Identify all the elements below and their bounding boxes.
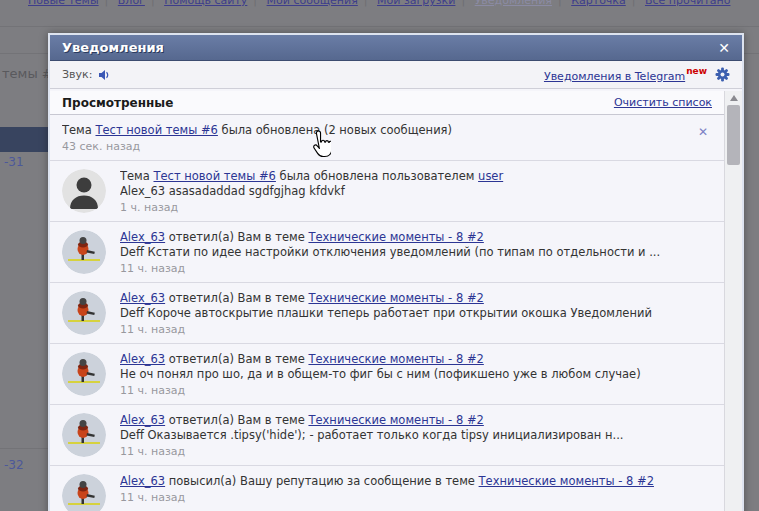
notification-time: 11 ч. назад xyxy=(120,323,712,337)
notification-row[interactable]: Alex_63 ответил(а) Вам в теме Технически… xyxy=(50,222,724,283)
nav-link-mark-read[interactable]: Все прочитано xyxy=(645,0,730,7)
scrollbar-up-button[interactable] xyxy=(725,91,742,105)
modal-toolbar: Звук: Уведомления в Telegramnew xyxy=(50,61,742,89)
divider xyxy=(0,448,48,449)
nav-separator: | xyxy=(632,0,636,7)
gear-icon[interactable] xyxy=(715,67,730,82)
nav-separator: | xyxy=(364,0,368,7)
nav-link-blog[interactable]: Блог xyxy=(118,0,145,7)
notification-row[interactable]: Тема Тест новой темы #6 была обновлена п… xyxy=(50,161,724,222)
notification-time: 11 ч. назад xyxy=(120,445,712,459)
nav-link-help[interactable]: Помощь сайту xyxy=(164,0,247,7)
user-link[interactable]: Alex_63 xyxy=(120,413,165,427)
user-link[interactable]: Alex_63 xyxy=(120,474,165,488)
nav-separator: | xyxy=(151,0,155,7)
topic-link[interactable]: Технические моменты - 8 #2 xyxy=(308,230,483,244)
screen: Новые темы| Блог| Помощь сайту| Мои сооб… xyxy=(0,0,759,511)
sound-label: Звук: xyxy=(62,68,92,81)
notifications-scroll-area: Просмотренные Очистить список Тема Тест … xyxy=(50,91,742,511)
nav-separator: | xyxy=(558,0,562,7)
divider xyxy=(0,26,759,27)
topic-link[interactable]: Технические моменты - 8 #2 xyxy=(308,352,483,366)
scrollbar[interactable] xyxy=(724,91,742,511)
scroll-up-icon xyxy=(730,95,738,101)
alex63-avatar xyxy=(62,352,106,396)
notification-preview: Deff Оказывается .tipsy('hide'); - работ… xyxy=(120,428,712,443)
topic-link[interactable]: Технические моменты - 8 #2 xyxy=(479,474,654,488)
background-timestamp: -32 xyxy=(4,458,24,472)
telegram-notifications-link[interactable]: Уведомления в Telegram xyxy=(544,70,685,83)
notifications-list: Просмотренные Очистить список Тема Тест … xyxy=(50,91,724,511)
alex63-avatar xyxy=(62,413,106,457)
section-header: Просмотренные Очистить список xyxy=(50,91,724,115)
notification-text: Alex_63 ответил(а) Вам в теме Технически… xyxy=(120,413,712,428)
alex63-avatar xyxy=(62,230,106,274)
notification-preview: Alex_63 asasadaddad sgdfgjhag kfdvkf xyxy=(120,184,712,199)
notification-text: Alex_63 ответил(а) Вам в теме Технически… xyxy=(120,291,712,306)
user-link[interactable]: Alex_63 xyxy=(120,230,165,244)
notification-text: Тема Тест новой темы #6 была обновлена (… xyxy=(62,123,694,138)
notification-time: 11 ч. назад xyxy=(120,384,712,398)
dismiss-icon[interactable]: ✕ xyxy=(694,123,712,141)
notification-row[interactable]: Alex_63 повысил(а) Вашу репутацию за соо… xyxy=(50,466,724,511)
notification-row[interactable]: Тема Тест новой темы #6 была обновлена (… xyxy=(50,115,724,161)
notification-time: 43 сек. назад xyxy=(62,140,694,154)
top-nav: Новые темы| Блог| Помощь сайту| Мои сооб… xyxy=(22,0,736,7)
notification-text: Alex_63 ответил(а) Вам в теме Технически… xyxy=(120,230,712,245)
notification-preview: Deff Кстати по идее настройки отключения… xyxy=(120,245,712,260)
user-link[interactable]: user xyxy=(478,169,503,183)
new-badge: new xyxy=(686,66,707,76)
speaker-icon[interactable] xyxy=(98,69,111,81)
notification-row[interactable]: Alex_63 ответил(а) Вам в теме Технически… xyxy=(50,405,724,466)
nav-link-notifications[interactable]: Уведомления xyxy=(475,0,552,7)
alex63-avatar xyxy=(62,474,106,511)
section-title: Просмотренные xyxy=(62,96,173,110)
notification-time: 11 ч. назад xyxy=(120,491,712,505)
nav-separator: | xyxy=(461,0,465,7)
alex63-avatar xyxy=(62,291,106,335)
user-link[interactable]: Alex_63 xyxy=(120,291,165,305)
user-link[interactable]: Alex_63 xyxy=(120,352,165,366)
notification-time: 1 ч. назад xyxy=(120,201,712,215)
notification-preview: Не оч понял про шо, да и в общем-то фиг … xyxy=(120,367,712,382)
modal-title: Уведомления xyxy=(62,40,164,55)
nav-link-my-messages[interactable]: Мои сообщения xyxy=(267,0,358,7)
nav-link-new-topics[interactable]: Новые темы xyxy=(28,0,99,7)
notification-text: Тема Тест новой темы #6 была обновлена п… xyxy=(120,169,712,184)
notification-preview: Deff Короче автоскрытие плашки теперь ра… xyxy=(120,306,712,321)
notification-row[interactable]: Alex_63 ответил(а) Вам в теме Технически… xyxy=(50,344,724,405)
notification-text: Alex_63 ответил(а) Вам в теме Технически… xyxy=(120,352,712,367)
notification-time: 11 ч. назад xyxy=(120,262,712,276)
nav-link-my-downloads[interactable]: Мои загрузки xyxy=(377,0,455,7)
nav-link-card[interactable]: Карточка xyxy=(571,0,626,7)
topic-link[interactable]: Тест новой темы #6 xyxy=(95,123,217,137)
modal-header: Уведомления ✕ xyxy=(50,35,742,61)
notification-text: Alex_63 повысил(а) Вашу репутацию за соо… xyxy=(120,474,712,489)
nav-separator: | xyxy=(253,0,257,7)
notification-row[interactable]: Alex_63 ответил(а) Вам в теме Технически… xyxy=(50,283,724,344)
close-icon[interactable]: ✕ xyxy=(718,41,730,55)
clear-list-link[interactable]: Очистить список xyxy=(614,96,712,109)
notifications-modal: Уведомления ✕ Звук: Уведомления в Telegr… xyxy=(48,33,744,511)
default-silhouette-icon xyxy=(62,169,106,213)
topic-link[interactable]: Технические моменты - 8 #2 xyxy=(308,413,483,427)
scrollbar-thumb[interactable] xyxy=(727,105,740,165)
topic-link[interactable]: Тест новой темы #6 xyxy=(153,169,275,183)
background-timestamp: -31 xyxy=(4,155,24,169)
topic-link[interactable]: Технические моменты - 8 #2 xyxy=(308,291,483,305)
nav-separator: | xyxy=(105,0,109,7)
